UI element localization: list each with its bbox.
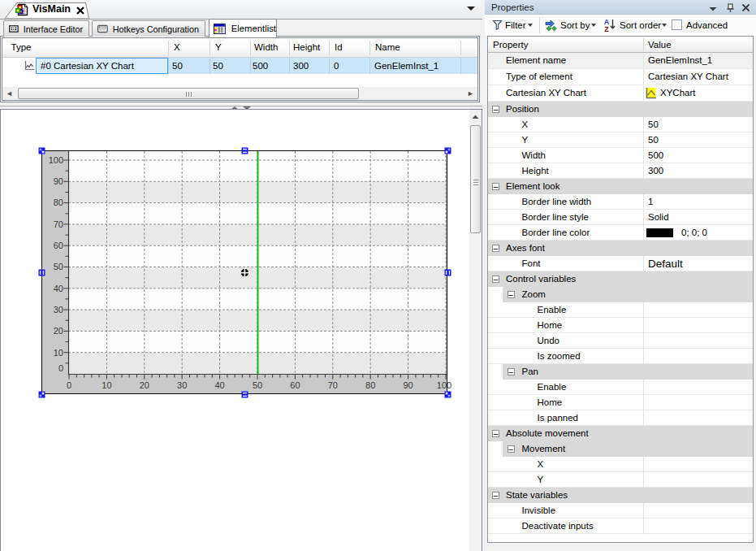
svg-text:30: 30 bbox=[54, 305, 63, 315]
svg-text:20: 20 bbox=[54, 326, 63, 336]
svg-text:60: 60 bbox=[290, 380, 300, 390]
svg-text:0: 0 bbox=[58, 363, 63, 373]
svg-text:40: 40 bbox=[54, 284, 63, 293]
svg-text:40: 40 bbox=[214, 380, 224, 390]
svg-text:100: 100 bbox=[49, 155, 63, 165]
svg-text:0: 0 bbox=[67, 380, 71, 390]
svg-text:10: 10 bbox=[54, 348, 63, 358]
svg-text:90: 90 bbox=[54, 176, 63, 186]
svg-text:90: 90 bbox=[403, 380, 413, 390]
svg-text:50: 50 bbox=[54, 262, 63, 271]
svg-text:70: 70 bbox=[328, 380, 338, 390]
svg-text:20: 20 bbox=[140, 380, 149, 390]
svg-text:10: 10 bbox=[102, 380, 111, 390]
svg-text:Z: Z bbox=[604, 25, 609, 33]
svg-text:100: 100 bbox=[437, 380, 451, 390]
svg-text:80: 80 bbox=[54, 197, 63, 207]
svg-text:50: 50 bbox=[253, 380, 262, 390]
svg-text:30: 30 bbox=[177, 380, 187, 390]
svg-text:60: 60 bbox=[54, 241, 63, 250]
svg-text:80: 80 bbox=[365, 380, 375, 390]
svg-text:70: 70 bbox=[54, 219, 63, 229]
